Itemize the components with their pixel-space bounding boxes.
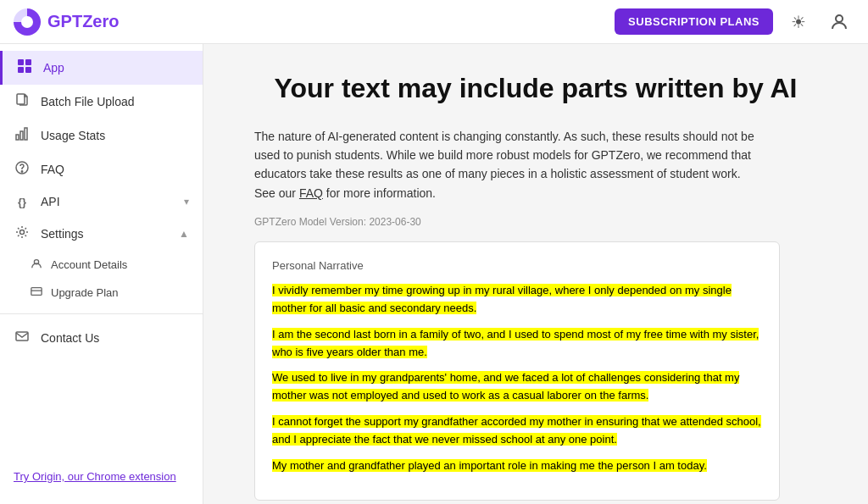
svg-rect-13 xyxy=(31,288,42,296)
sidebar-item-settings-label: Settings xyxy=(41,227,84,241)
sidebar-item-faq-label: FAQ xyxy=(41,163,64,176)
logo-gpt: GPT xyxy=(47,12,82,30)
account-details-label: Account Details xyxy=(51,258,127,271)
result-description: The nature of AI-generated content is ch… xyxy=(254,127,763,203)
layout: App Batch File Upload Usage Stats xyxy=(0,44,868,504)
doc-paragraph-4: I cannot forget the support my grandfath… xyxy=(272,413,762,449)
svg-rect-4 xyxy=(25,67,31,73)
usage-stats-icon xyxy=(14,127,31,144)
doc-paragraph-1: I vividly remember my time growing up in… xyxy=(272,282,762,318)
main-content: Your text may include parts written by A… xyxy=(203,44,868,504)
svg-rect-6 xyxy=(16,135,19,140)
doc-paragraph-5: My mother and grandfather played an impo… xyxy=(272,457,762,475)
doc-paragraph-2: I am the second last born in a family of… xyxy=(272,326,762,362)
settings-icon xyxy=(14,225,31,242)
result-heading: Your text may include parts written by A… xyxy=(254,71,817,107)
navbar-right: SUBSCRIPTION PLANS ☀ xyxy=(615,7,854,37)
sidebar-sub-upgrade-plan[interactable]: Upgrade Plan xyxy=(0,279,203,307)
faq-link[interactable]: FAQ xyxy=(299,186,323,200)
sidebar: App Batch File Upload Usage Stats xyxy=(0,44,203,504)
sidebar-item-contact-us[interactable]: Contact Us xyxy=(0,321,203,355)
doc-text-4: I cannot forget the support my grandfath… xyxy=(272,415,761,446)
logo: GPTZero xyxy=(14,8,119,36)
sidebar-item-api[interactable]: {} API ▾ xyxy=(0,186,203,217)
theme-toggle-button[interactable]: ☀ xyxy=(783,7,814,37)
svg-rect-1 xyxy=(18,59,24,65)
logo-icon xyxy=(14,8,41,36)
upgrade-plan-icon xyxy=(31,285,42,300)
sidebar-item-usage-label: Usage Stats xyxy=(41,129,105,142)
sidebar-item-batch-label: Batch File Upload xyxy=(41,95,135,108)
account-details-icon xyxy=(31,258,42,272)
settings-chevron-icon: ▲ xyxy=(179,228,189,240)
document-label: Personal Narrative xyxy=(272,259,762,272)
sidebar-divider xyxy=(0,313,203,314)
doc-text-1: I vividly remember my time growing up in… xyxy=(272,284,732,314)
app-icon xyxy=(16,59,33,76)
chrome-extension-link[interactable]: Try Origin, our Chrome extension xyxy=(14,470,176,483)
user-menu-button[interactable] xyxy=(824,7,854,37)
svg-point-0 xyxy=(836,15,843,22)
sidebar-item-contact-label: Contact Us xyxy=(41,331,99,345)
description-end: for more information. xyxy=(326,186,436,200)
doc-text-3: We used to live in my grandparents' home… xyxy=(272,371,739,402)
faq-icon xyxy=(14,161,31,178)
model-version: GPTZero Model Version: 2023-06-30 xyxy=(254,216,817,228)
chrome-extension-section: Try Origin, our Chrome extension xyxy=(0,455,203,497)
api-icon: {} xyxy=(14,196,31,208)
sidebar-item-app[interactable]: App xyxy=(0,51,203,85)
svg-rect-7 xyxy=(20,131,23,140)
sidebar-item-app-label: App xyxy=(43,61,64,75)
navbar: GPTZero SUBSCRIPTION PLANS ☀ xyxy=(0,0,868,44)
sidebar-item-batch-file-upload[interactable]: Batch File Upload xyxy=(0,85,203,119)
batch-file-icon xyxy=(14,93,31,110)
svg-point-10 xyxy=(21,171,22,172)
sidebar-item-faq[interactable]: FAQ xyxy=(0,152,203,186)
doc-text-2: I am the second last born in a family of… xyxy=(272,328,759,358)
doc-text-5: My mother and grandfather played an impo… xyxy=(272,459,707,472)
doc-paragraph-3: We used to live in my grandparents' home… xyxy=(272,369,762,405)
api-chevron-icon: ▾ xyxy=(184,196,189,208)
logo-text: GPTZero xyxy=(47,12,119,31)
sidebar-item-settings[interactable]: Settings ▲ xyxy=(0,217,203,251)
sidebar-item-usage-stats[interactable]: Usage Stats xyxy=(0,119,203,152)
sidebar-item-api-label: API xyxy=(41,195,60,208)
upgrade-plan-label: Upgrade Plan xyxy=(51,286,119,299)
svg-rect-5 xyxy=(17,94,25,104)
sidebar-sub-account-details[interactable]: Account Details xyxy=(0,251,203,279)
svg-rect-14 xyxy=(16,332,28,341)
contact-icon xyxy=(14,330,31,346)
svg-rect-2 xyxy=(25,59,31,65)
subscription-plans-button[interactable]: SUBSCRIPTION PLANS xyxy=(615,8,773,35)
svg-point-11 xyxy=(20,230,25,235)
logo-zero: Zero xyxy=(82,12,119,30)
document-box: Personal Narrative I vividly remember my… xyxy=(254,241,780,501)
svg-rect-8 xyxy=(25,128,27,140)
svg-rect-3 xyxy=(18,67,24,73)
